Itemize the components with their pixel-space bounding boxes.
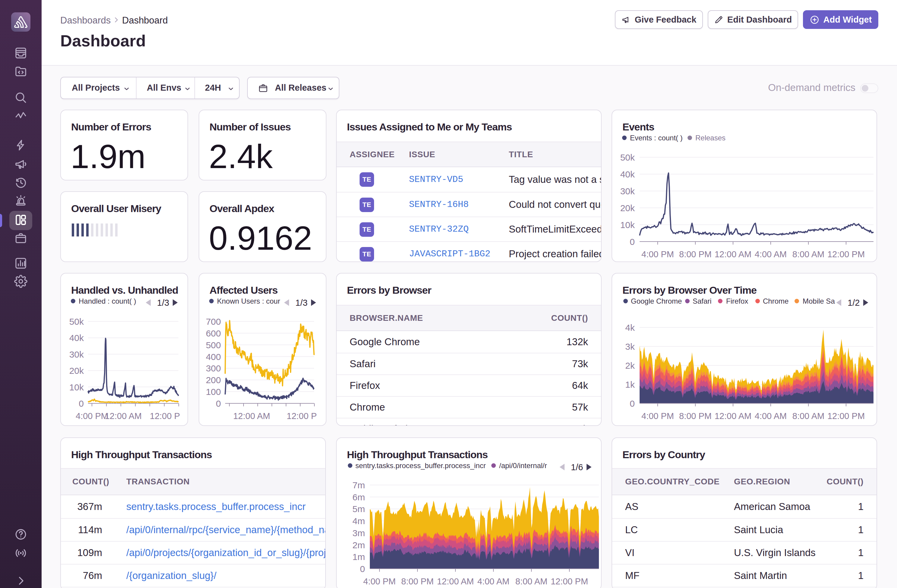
svg-text:12:00 PM: 12:00 PM [827, 411, 865, 421]
svg-text:20k: 20k [69, 366, 84, 376]
svg-text:4:00 PM: 4:00 PM [363, 577, 396, 586]
svg-text:12:00 AM: 12:00 AM [437, 577, 474, 586]
svg-text:40k: 40k [69, 333, 84, 343]
svg-text:0: 0 [630, 237, 635, 247]
svg-text:40k: 40k [620, 169, 635, 179]
svg-text:50k: 50k [69, 316, 84, 327]
svg-text:700: 700 [206, 316, 221, 327]
svg-text:4:00 AM: 4:00 AM [478, 577, 510, 586]
svg-text:4:00 PM: 4:00 PM [76, 411, 108, 421]
svg-text:4:00 PM: 4:00 PM [641, 249, 674, 259]
svg-text:12:00 P: 12:00 P [287, 411, 317, 421]
svg-text:300: 300 [206, 363, 221, 373]
svg-text:6m: 6m [352, 492, 365, 502]
svg-text:50k: 50k [620, 153, 635, 162]
svg-text:400: 400 [206, 352, 221, 362]
svg-text:30k: 30k [69, 350, 84, 359]
svg-text:12:00 P: 12:00 P [150, 411, 180, 421]
svg-text:5m: 5m [352, 504, 365, 514]
svg-text:8:00 PM: 8:00 PM [679, 249, 712, 259]
svg-text:12:00 AM: 12:00 AM [715, 249, 752, 259]
svg-text:1k: 1k [625, 380, 635, 389]
svg-text:4m: 4m [352, 516, 365, 526]
svg-text:8:00 PM: 8:00 PM [679, 411, 712, 421]
svg-text:10k: 10k [620, 220, 635, 230]
svg-text:8:00 AM: 8:00 AM [516, 577, 547, 586]
svg-text:8:00 AM: 8:00 AM [792, 411, 824, 421]
svg-text:3k: 3k [625, 342, 635, 351]
svg-text:4:00 AM: 4:00 AM [755, 249, 787, 259]
svg-text:100: 100 [206, 387, 221, 397]
svg-text:200: 200 [206, 375, 221, 385]
svg-text:10k: 10k [69, 382, 84, 392]
svg-text:12:00 PM: 12:00 PM [827, 249, 865, 259]
svg-text:12:00 AM: 12:00 AM [105, 411, 142, 421]
svg-text:4k: 4k [625, 322, 635, 333]
svg-text:12:00 AM: 12:00 AM [233, 411, 270, 421]
svg-text:12:00 AM: 12:00 AM [715, 411, 752, 421]
svg-text:8:00 PM: 8:00 PM [401, 577, 434, 586]
svg-text:3m: 3m [352, 528, 365, 538]
svg-text:600: 600 [206, 328, 221, 338]
svg-text:12:00 PM: 12:00 PM [551, 577, 588, 586]
svg-text:2m: 2m [352, 540, 365, 550]
svg-text:4:00 PM: 4:00 PM [641, 411, 674, 421]
svg-text:20k: 20k [620, 203, 635, 213]
svg-text:4:00 AM: 4:00 AM [755, 411, 787, 421]
svg-text:7m: 7m [352, 480, 365, 490]
svg-text:0: 0 [216, 399, 221, 408]
svg-text:0: 0 [79, 399, 84, 408]
svg-text:0: 0 [630, 399, 635, 408]
svg-text:30k: 30k [620, 186, 635, 196]
svg-text:2k: 2k [625, 360, 635, 371]
svg-text:8:00 AM: 8:00 AM [792, 249, 824, 259]
svg-text:500: 500 [206, 340, 221, 350]
svg-text:1m: 1m [352, 552, 365, 562]
svg-text:0: 0 [360, 564, 365, 574]
